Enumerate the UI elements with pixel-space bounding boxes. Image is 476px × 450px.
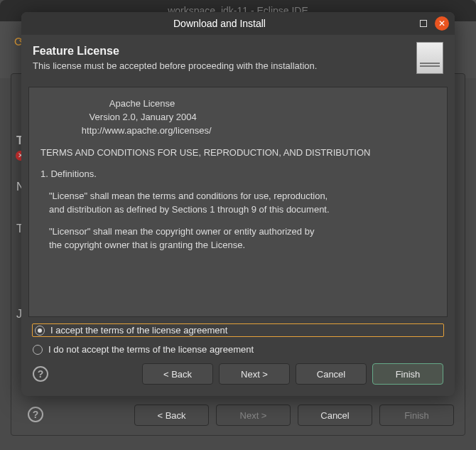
reject-radio-row[interactable]: I do not accept the terms of the license… [33, 344, 443, 355]
next-button[interactable]: Next > [219, 363, 290, 385]
dialog-title: Download and Install [27, 18, 412, 29]
license-p2a: "Licensor" shall mean the copyright owne… [49, 225, 436, 239]
license-line2: Version 2.0, January 2004 [40, 111, 436, 124]
accept-radio-row[interactable]: I accept the terms of the license agreem… [32, 323, 444, 337]
cancel-button[interactable]: Cancel [296, 363, 367, 385]
license-line3: http://www.apache.org/licenses/ [40, 124, 436, 138]
close-button[interactable]: ✕ [435, 16, 449, 31]
under-cancel-button[interactable]: Cancel [298, 405, 372, 426]
license-text-area[interactable]: Apache License Version 2.0, January 2004… [28, 87, 448, 317]
back-button[interactable]: < Back [142, 363, 213, 385]
dialog-header: Feature License This license must be acc… [21, 35, 455, 84]
download-install-dialog: Download and Install ✕ Feature License T… [21, 12, 455, 396]
header-title: Feature License [33, 45, 416, 58]
reject-radio[interactable] [33, 345, 43, 355]
maximize-button[interactable] [416, 16, 431, 31]
accept-radio-label: I accept the terms of the license agreem… [50, 325, 227, 336]
dialog-footer: ? < Back Next > Cancel Finish [21, 355, 455, 396]
license-p1b: and distribution as defined by Sections … [49, 203, 436, 217]
license-p1a: "License" shall mean the terms and condi… [49, 190, 436, 203]
under-next-button: Next > [216, 405, 291, 426]
accept-radio[interactable] [35, 326, 45, 336]
license-line1: Apache License [40, 97, 436, 111]
header-subtitle: This license must be accepted before pro… [33, 60, 416, 71]
finish-button[interactable]: Finish [372, 363, 443, 385]
under-back-button[interactable]: < Back [134, 405, 209, 426]
reject-radio-label: I do not accept the terms of the license… [48, 344, 254, 355]
help-button-under[interactable]: ? [28, 407, 43, 422]
license-section-1: 1. Definitions. [40, 168, 436, 181]
license-p2b: the copyright owner that is granting the… [49, 239, 436, 252]
under-finish-button: Finish [379, 405, 454, 426]
help-button[interactable]: ? [33, 366, 48, 382]
license-document-icon [416, 42, 443, 74]
license-terms-header: TERMS AND CONDITIONS FOR USE, REPRODUCTI… [40, 146, 436, 160]
maximize-icon [420, 20, 427, 27]
dialog-titlebar[interactable]: Download and Install ✕ [21, 12, 455, 35]
